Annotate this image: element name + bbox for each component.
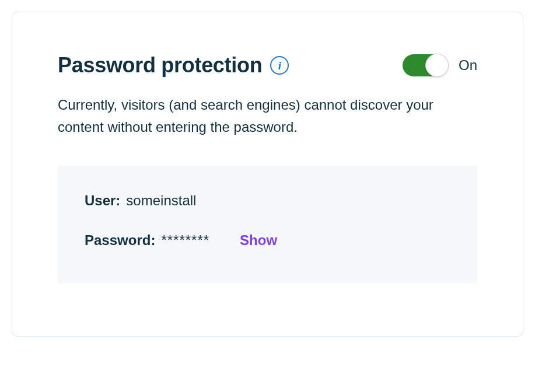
info-icon[interactable]: i: [270, 56, 289, 75]
password-protection-card: Password protection i On Currently, visi…: [12, 12, 523, 337]
toggle-knob: [425, 54, 449, 77]
user-value: someinstall: [126, 192, 196, 209]
toggle-state-label: On: [459, 57, 477, 74]
password-masked-value: ********: [161, 232, 209, 249]
title-group: Password protection i: [58, 53, 289, 78]
user-row: User: someinstall: [85, 192, 450, 209]
card-description: Currently, visitors (and search engines)…: [58, 94, 466, 139]
credentials-box: User: someinstall Password: ******** Sho…: [58, 166, 477, 284]
password-label: Password:: [85, 232, 155, 249]
password-protection-toggle[interactable]: [403, 54, 448, 76]
password-row: Password: ******** Show: [85, 232, 450, 249]
card-header: Password protection i On: [58, 53, 477, 78]
toggle-group: On: [403, 54, 477, 76]
card-title: Password protection: [58, 53, 262, 78]
user-label: User:: [85, 192, 120, 209]
show-password-button[interactable]: Show: [240, 232, 277, 249]
